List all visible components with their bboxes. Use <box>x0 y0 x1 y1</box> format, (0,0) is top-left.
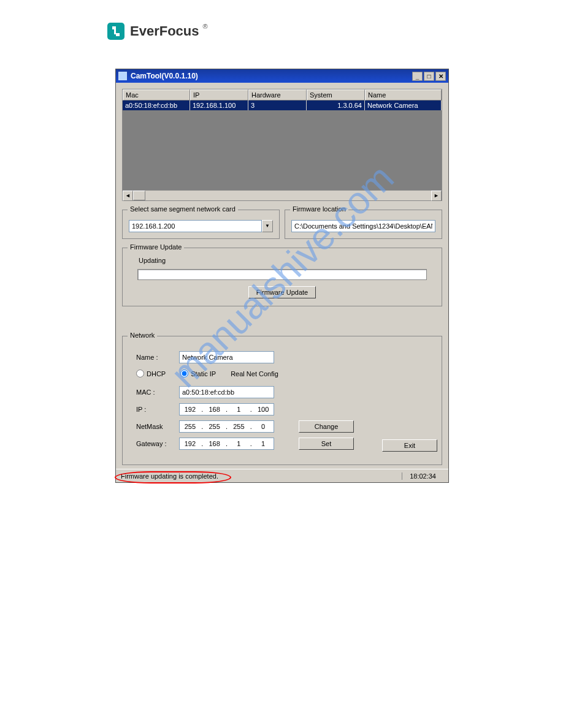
firmware-update-button[interactable]: Firmware Update <box>248 286 316 298</box>
close-button[interactable]: ✕ <box>435 72 446 81</box>
label-netmask: NetMask <box>136 423 179 430</box>
netmask-input[interactable]: 255. 255. 255. 0 <box>179 420 274 433</box>
static-radio[interactable]: Static IP <box>180 370 216 377</box>
status-time: 18:02:34 <box>402 472 443 480</box>
minimize-button[interactable]: _ <box>412 72 423 81</box>
segment-group: ▼ <box>122 210 280 239</box>
cell-hw: 3 <box>248 100 307 110</box>
scroll-thumb[interactable] <box>133 191 145 200</box>
titlebar[interactable]: CamTool(V0.0.1.10) _ □ ✕ <box>116 69 448 83</box>
window-title: CamTool(V0.0.1.10) <box>131 72 198 80</box>
maximize-button[interactable]: □ <box>424 72 434 81</box>
col-name[interactable]: Name <box>365 89 442 100</box>
brand-icon <box>105 21 126 42</box>
firmware-update-group: Updating Firmware Update <box>122 248 442 306</box>
network-card-combo[interactable]: ▼ <box>129 220 273 232</box>
col-hardware[interactable]: Hardware <box>248 89 307 100</box>
realnet-label: Real Net Config <box>231 370 278 377</box>
ip-input[interactable]: 192. 168. 1. 100 <box>179 403 274 415</box>
mac-input[interactable] <box>179 386 274 398</box>
exit-button[interactable]: Exit <box>382 439 437 452</box>
change-button[interactable]: Change <box>299 420 354 433</box>
progress-bar <box>137 269 427 280</box>
cell-ip: 192.168.1.100 <box>190 100 248 110</box>
set-button[interactable]: Set <box>299 438 354 450</box>
cell-sys: 1.3.0.64 <box>307 100 365 110</box>
app-icon <box>118 72 127 80</box>
dhcp-radio[interactable]: DHCP <box>136 370 166 377</box>
cell-mac: a0:50:18:ef:cd:bb <box>123 100 190 110</box>
brand-logo-area: EverFocus ® <box>105 21 563 42</box>
device-table: Mac IP Hardware System Name a0:50:18:ef:… <box>122 89 442 201</box>
brand-name: EverFocus <box>130 23 199 39</box>
scroll-right-icon[interactable]: ► <box>431 191 442 201</box>
network-card-value[interactable] <box>129 220 262 232</box>
firmware-status: Updating <box>139 257 434 264</box>
firmware-location-group <box>285 210 442 239</box>
col-mac[interactable]: Mac <box>123 89 190 100</box>
col-ip[interactable]: IP <box>190 89 248 100</box>
col-system[interactable]: System <box>307 89 365 100</box>
app-window: CamTool(V0.0.1.10) _ □ ✕ Mac IP Hardware… <box>115 69 449 483</box>
horizontal-scrollbar[interactable]: ◄ ► <box>123 190 442 200</box>
firmware-path-input[interactable] <box>291 220 435 232</box>
brand-registered: ® <box>203 23 208 30</box>
gateway-input[interactable]: 192. 168. 1. 1 <box>179 438 274 450</box>
label-ip: IP : <box>136 406 179 413</box>
table-row[interactable]: a0:50:18:ef:cd:bb 192.168.1.100 3 1.3.0.… <box>123 100 442 110</box>
cell-name: Network Camera <box>365 100 442 110</box>
label-gateway: Gateway : <box>136 440 179 447</box>
scroll-left-icon[interactable]: ◄ <box>123 191 133 201</box>
status-bar: Firmware updating is completed. 18:02:34 <box>116 469 448 482</box>
label-name: Name : <box>136 354 179 361</box>
chevron-down-icon[interactable]: ▼ <box>262 220 273 232</box>
status-message: Firmware updating is completed. <box>121 472 402 480</box>
name-input[interactable] <box>179 351 274 363</box>
label-mac: MAC : <box>136 389 179 396</box>
